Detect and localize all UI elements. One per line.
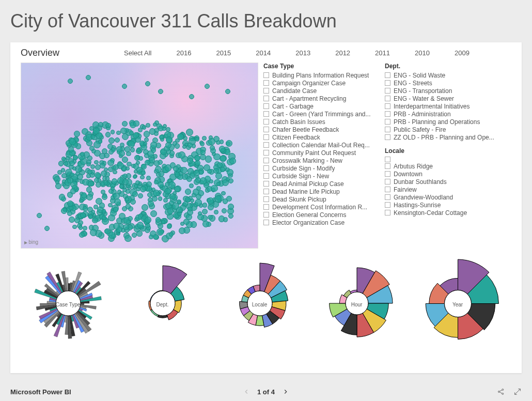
case-type-item[interactable]: Elector Organization Case <box>263 219 380 226</box>
filter-locale[interactable]: Locale Arbutus RidgeDowntownDunbar South… <box>385 147 496 217</box>
case-type-item[interactable]: Catch Basin Issues <box>263 118 380 126</box>
checkbox-icon[interactable] <box>263 189 269 194</box>
year-button-2016[interactable]: 2016 <box>176 49 191 57</box>
checkbox-icon[interactable] <box>263 204 269 210</box>
checkbox-icon[interactable] <box>385 127 390 132</box>
checkbox-icon[interactable] <box>263 80 269 86</box>
checkbox-icon[interactable] <box>263 88 269 94</box>
checkbox-icon[interactable] <box>385 80 390 86</box>
checkbox-icon[interactable] <box>385 202 390 208</box>
case-type-item[interactable]: Development Cost Information R... <box>263 203 380 211</box>
case-type-item[interactable]: Building Plans Information Request <box>263 71 380 79</box>
dept-item[interactable]: ZZ OLD - PRB - Planning and Ope... <box>385 133 496 141</box>
year-button-2011[interactable]: 2011 <box>375 49 390 57</box>
locale-item[interactable]: Arbutus Ridge <box>385 162 496 170</box>
year-button-2012[interactable]: 2012 <box>335 49 350 57</box>
checkbox-icon[interactable] <box>385 163 390 169</box>
case-type-item[interactable]: Cart - Apartment Recycling <box>263 95 380 102</box>
checkbox-icon[interactable] <box>263 220 269 225</box>
dept-item[interactable]: PRB - Administration <box>385 110 496 118</box>
share-icon[interactable] <box>497 388 505 396</box>
fullscreen-icon[interactable] <box>513 388 522 396</box>
checkbox-icon[interactable] <box>263 119 269 125</box>
aster-hour[interactable]: Hour <box>318 265 396 344</box>
year-button-2010[interactable]: 2010 <box>415 49 430 57</box>
locale-item[interactable]: Hastings-Sunrise <box>385 201 496 209</box>
checkbox-icon[interactable] <box>385 171 390 177</box>
case-type-item[interactable]: Election General Concerns <box>263 211 380 219</box>
locale-item[interactable]: Downtown <box>385 170 496 178</box>
case-type-item[interactable]: Curbside Sign - New <box>263 172 380 180</box>
checkbox-icon[interactable] <box>263 96 269 101</box>
year-button-select-all[interactable]: Select All <box>124 49 151 57</box>
checkbox-icon[interactable] <box>385 88 390 94</box>
checkbox-icon[interactable] <box>263 127 269 132</box>
filter-dept[interactable]: Dept. ENG - Solid WasteENG - StreetsENG … <box>385 63 496 141</box>
dept-item[interactable]: ENG - Solid Waste <box>385 71 496 79</box>
aster-case-type[interactable]: Case Type <box>29 265 107 344</box>
filter-case-type[interactable]: Case Type Building Plans Information Req… <box>263 63 380 249</box>
map-visual[interactable]: bing <box>21 63 258 249</box>
checkbox-icon[interactable] <box>263 165 269 171</box>
checkbox-icon[interactable] <box>263 158 269 163</box>
case-type-item[interactable]: Cart - Garbage <box>263 102 380 110</box>
powerbi-brand[interactable]: Microsoft Power BI <box>10 388 71 396</box>
checkbox-icon[interactable] <box>263 196 269 202</box>
case-type-item[interactable]: Candidate Case <box>263 87 380 95</box>
locale-item[interactable]: Dunbar Southlands <box>385 178 496 186</box>
checkbox-icon[interactable] <box>385 72 390 78</box>
dept-item[interactable]: PRB - Planning and Operations <box>385 118 496 126</box>
dept-item[interactable]: Interdepartmental Initiatives <box>385 102 496 110</box>
checkbox-icon[interactable] <box>385 119 390 125</box>
case-type-item[interactable]: Dead Skunk Pickup <box>263 195 380 203</box>
case-type-item[interactable]: Curbside Sign - Modify <box>263 164 380 172</box>
year-button-2009[interactable]: 2009 <box>455 49 470 57</box>
checkbox-icon[interactable] <box>385 187 390 192</box>
map-point <box>125 197 129 201</box>
checkbox-icon[interactable] <box>263 181 269 187</box>
case-type-item[interactable]: Cart - Green (Yard Trimmings and... <box>263 110 380 118</box>
checkbox-icon[interactable] <box>385 111 390 117</box>
locale-item[interactable] <box>385 156 496 162</box>
dept-item[interactable]: ENG - Streets <box>385 79 496 87</box>
locale-item[interactable]: Grandview-Woodland <box>385 193 496 201</box>
aster-year[interactable]: Year <box>413 258 503 351</box>
year-button-2014[interactable]: 2014 <box>256 49 271 57</box>
case-type-item[interactable]: Community Paint Out Request <box>263 149 380 157</box>
case-type-item[interactable]: Crosswalk Marking - New <box>263 157 380 164</box>
checkbox-icon[interactable] <box>263 212 269 218</box>
case-type-item[interactable]: Collection Calendar Mail-Out Req... <box>263 141 380 149</box>
checkbox-icon[interactable] <box>263 173 269 179</box>
checkbox-icon[interactable] <box>385 157 390 162</box>
checkbox-icon[interactable] <box>385 194 390 200</box>
next-page-button[interactable] <box>282 388 289 395</box>
checkbox-icon[interactable] <box>385 96 390 101</box>
checkbox-icon[interactable] <box>263 111 269 117</box>
tab-overview[interactable]: Overview <box>21 48 124 58</box>
aster-dept[interactable]: Dept. <box>124 265 201 344</box>
locale-item[interactable]: Fairview <box>385 186 496 193</box>
case-type-item[interactable]: Campaign Organizer Case <box>263 79 380 87</box>
checkbox-icon[interactable] <box>385 179 390 184</box>
case-type-item[interactable]: Chafer Beetle Feedback <box>263 126 380 133</box>
case-type-item[interactable]: Dead Marine Life Pickup <box>263 188 380 195</box>
year-button-2013[interactable]: 2013 <box>295 49 310 57</box>
case-type-item[interactable]: Citizen Feedback <box>263 133 380 141</box>
checkbox-icon[interactable] <box>385 134 390 140</box>
checkbox-icon[interactable] <box>263 142 269 148</box>
checkbox-icon[interactable] <box>263 150 269 156</box>
year-button-2015[interactable]: 2015 <box>216 49 231 57</box>
locale-item[interactable]: Kensington-Cedar Cottage <box>385 209 496 217</box>
dept-item[interactable]: Public Safety - Fire <box>385 126 496 133</box>
case-type-item[interactable]: Dead Animal Pickup Case <box>263 180 380 188</box>
dept-item[interactable]: ENG - Water & Sewer <box>385 95 496 102</box>
checkbox-icon[interactable] <box>385 103 390 109</box>
checkbox-icon[interactable] <box>263 103 269 109</box>
year-slicer[interactable]: Select All201620152014201320122011201020… <box>124 49 470 57</box>
checkbox-icon[interactable] <box>263 134 269 140</box>
checkbox-icon[interactable] <box>385 210 390 215</box>
dept-item[interactable]: ENG - Transportation <box>385 87 496 95</box>
checkbox-icon[interactable] <box>263 72 269 78</box>
prev-page-button[interactable] <box>243 388 250 395</box>
aster-locale[interactable]: Locale <box>218 262 301 347</box>
